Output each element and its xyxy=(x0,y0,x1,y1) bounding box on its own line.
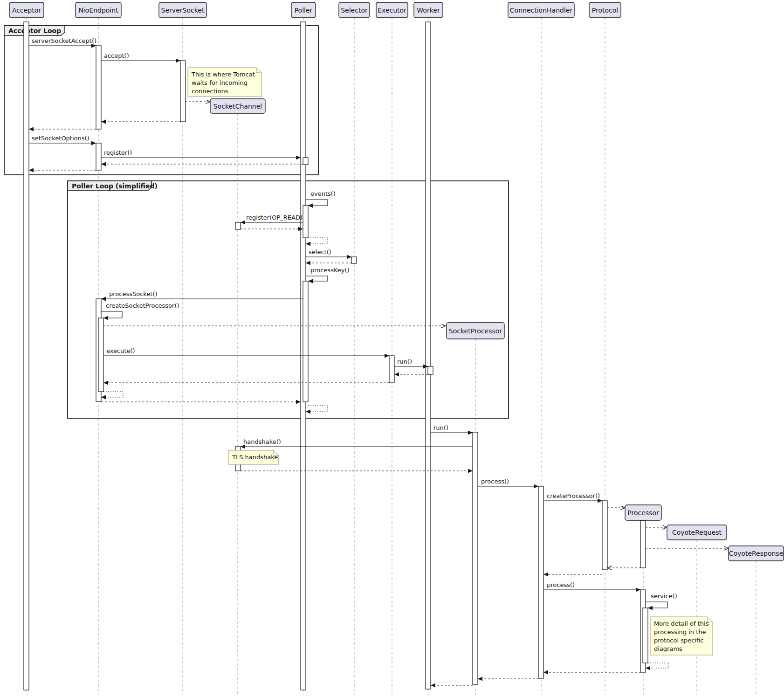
note-text-line: diagrams xyxy=(654,645,682,652)
message-label: execute() xyxy=(106,347,135,354)
message-label: serverSocketAccept() xyxy=(32,37,96,44)
message-label: accept() xyxy=(104,52,129,59)
self-call-label: createSocketProcessor() xyxy=(106,302,179,309)
message-label: process() xyxy=(481,478,509,485)
activation-connectionhandler-process xyxy=(538,486,543,678)
message-label: processSocket() xyxy=(109,290,158,297)
note-text-line: More detail of this xyxy=(654,620,709,627)
note-text-line: waits for incoming xyxy=(192,79,248,86)
note-text-line: protocol specific xyxy=(654,637,703,644)
participant-label: Protocol xyxy=(592,7,618,14)
participant-label: SocketProcessor xyxy=(449,327,502,335)
activation-nioendpoint-accept xyxy=(96,46,101,129)
activation-processor-init xyxy=(640,520,646,568)
participant-label: Executor xyxy=(378,7,406,14)
note-text-line: connections xyxy=(192,88,228,95)
participant-label: ConnectionHandler xyxy=(510,7,573,14)
activation-processor-service xyxy=(643,608,648,663)
participant-label: Worker xyxy=(417,7,440,14)
activation-socketprocessor-run xyxy=(473,432,478,684)
participant-label: NioEndpoint xyxy=(78,7,118,14)
message-label: run() xyxy=(433,424,448,431)
activation-worker-main xyxy=(426,22,431,689)
activation-protocol-createprocessor xyxy=(602,501,607,570)
self-call-label: processKey() xyxy=(310,267,350,274)
participant-label: Processor xyxy=(627,509,659,517)
note-text-line: This is where Tomcat xyxy=(191,71,255,78)
message-label: register(OP_READ) xyxy=(246,214,303,221)
message-label: setSocketOptions() xyxy=(32,135,89,142)
activation-poller-events xyxy=(303,206,308,238)
participant-label: ServerSocket xyxy=(161,7,205,14)
note-text-line: TLS handshake xyxy=(232,454,278,461)
self-call-label: service() xyxy=(651,593,677,600)
participant-label: CoyoteResponse xyxy=(729,550,784,557)
activation-executor-execute xyxy=(389,356,394,383)
activation-poller-register-recv xyxy=(303,158,308,165)
activation-selector-select xyxy=(351,257,357,263)
activation-acceptor-main xyxy=(24,22,29,690)
activation-serversocket-accept xyxy=(180,61,186,122)
activation-poller-processkey xyxy=(303,281,308,402)
participant-label: Acceptor xyxy=(12,7,41,14)
frame-label: Acceptor Loop xyxy=(8,27,61,35)
message-label: createProcessor() xyxy=(547,492,600,499)
self-call-label: events() xyxy=(310,190,336,197)
participant-label: CoyoteRequest xyxy=(672,529,722,536)
activation-socketchannel-opread-recv xyxy=(235,222,241,229)
participant-label: Poller xyxy=(295,7,313,14)
message-label: handshake() xyxy=(243,438,281,445)
sequence-diagram: Acceptor LoopPoller Loop (simplified)ser… xyxy=(0,0,784,697)
sequence-diagram-svg: Acceptor LoopPoller Loop (simplified)ser… xyxy=(0,0,784,697)
participant-label: SocketChannel xyxy=(213,103,262,110)
message-label: register() xyxy=(104,149,132,156)
frame-label: Poller Loop (simplified) xyxy=(72,182,158,190)
activation-worker-run-recv xyxy=(428,366,433,374)
message-label: select() xyxy=(309,248,331,255)
participant-label: Selector xyxy=(341,7,368,14)
activation-nioendpoint-createsocketprocessor xyxy=(98,318,103,392)
activation-nioendpoint-setsocketoptions xyxy=(96,143,101,170)
note-text-line: processing in the xyxy=(654,628,706,635)
message-label: run() xyxy=(397,358,412,365)
message-label: process() xyxy=(547,581,575,588)
